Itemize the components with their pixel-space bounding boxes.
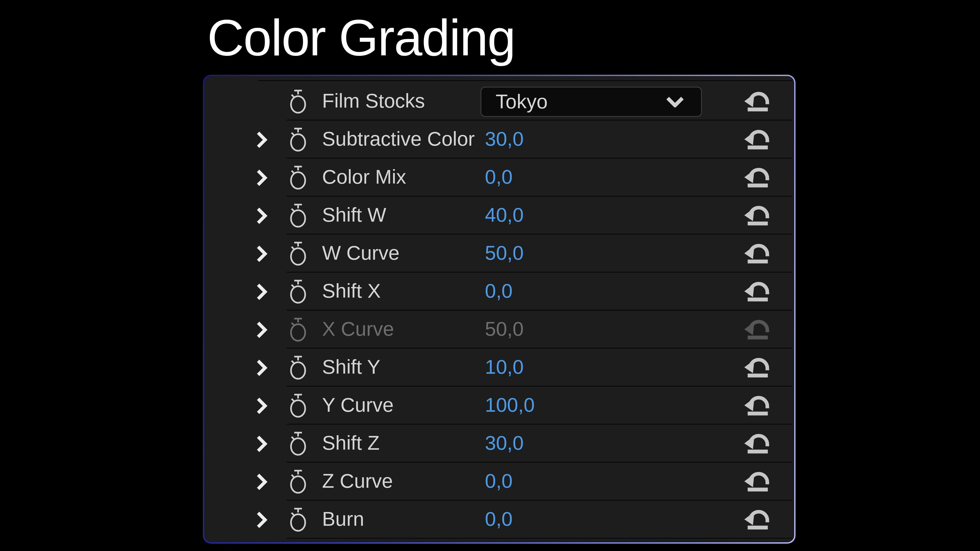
param-row-film-stocks: Film Stocks Tokyo	[204, 83, 794, 121]
param-value[interactable]: 10,0	[485, 355, 524, 378]
param-value[interactable]: 100,0	[485, 393, 535, 416]
reset-parameter-icon[interactable]	[743, 278, 773, 302]
expand-chevron-icon[interactable]	[256, 511, 268, 528]
param-label: Y Curve	[322, 393, 393, 416]
param-row-w-curve: W Curve 50,0	[204, 235, 794, 273]
reset-parameter-icon[interactable]	[743, 316, 773, 340]
page-title: Color Grading	[207, 10, 515, 66]
stopwatch-icon[interactable]	[288, 165, 308, 191]
reset-parameter-icon[interactable]	[743, 430, 773, 454]
stopwatch-icon[interactable]	[288, 507, 308, 533]
param-value[interactable]: 0,0	[485, 507, 512, 530]
parameter-list: Film Stocks Tokyo	[204, 83, 794, 539]
param-label: Burn	[322, 507, 364, 530]
stopwatch-icon[interactable]	[288, 393, 308, 419]
param-row-color-mix: Color Mix 0,0	[204, 159, 794, 197]
stopwatch-icon[interactable]	[288, 355, 308, 381]
param-label: Shift W	[322, 203, 386, 226]
stopwatch-icon[interactable]	[288, 279, 308, 305]
param-label: X Curve	[322, 317, 394, 340]
param-row-burn: Burn 0,0	[204, 501, 794, 539]
reset-parameter-icon[interactable]	[743, 202, 773, 226]
param-label: Shift Y	[322, 355, 380, 378]
param-row-z-curve: Z Curve 0,0	[204, 463, 794, 501]
reset-parameter-icon[interactable]	[743, 126, 773, 150]
reset-parameter-icon[interactable]	[743, 507, 773, 530]
param-value[interactable]: 0,0	[485, 165, 512, 188]
stopwatch-icon[interactable]	[288, 317, 308, 343]
param-value[interactable]: 40,0	[485, 203, 524, 226]
param-row-shift-z: Shift Z 30,0	[204, 425, 794, 463]
stopwatch-icon[interactable]	[288, 89, 308, 115]
param-value[interactable]: 30,0	[485, 127, 524, 150]
param-label: Film Stocks	[322, 89, 425, 112]
expand-chevron-icon[interactable]	[256, 207, 268, 224]
stopwatch-icon[interactable]	[288, 241, 308, 267]
param-row-shift-w: Shift W 40,0	[204, 197, 794, 235]
expand-chevron-icon[interactable]	[256, 397, 268, 414]
reset-parameter-icon[interactable]	[743, 164, 773, 188]
expand-chevron-icon[interactable]	[256, 245, 268, 262]
param-label: Color Mix	[322, 165, 406, 188]
param-value[interactable]: 0,0	[485, 469, 512, 492]
expand-chevron-icon[interactable]	[256, 321, 268, 338]
reset-parameter-icon[interactable]	[743, 88, 773, 112]
expand-chevron-icon[interactable]	[256, 473, 268, 490]
reset-parameter-icon[interactable]	[743, 354, 773, 378]
stopwatch-icon[interactable]	[288, 127, 308, 153]
reset-parameter-icon[interactable]	[743, 468, 773, 492]
expand-chevron-icon[interactable]	[256, 359, 268, 376]
expand-chevron-icon[interactable]	[256, 131, 268, 148]
param-row-shift-x: Shift X 0,0	[204, 273, 794, 311]
effect-controls-panel: Film Stocks Tokyo	[204, 76, 794, 542]
param-value[interactable]: 50,0	[485, 317, 524, 340]
param-value[interactable]: 30,0	[485, 431, 524, 454]
param-label: Subtractive Color	[322, 127, 475, 150]
film-stocks-dropdown[interactable]: Tokyo	[480, 87, 702, 117]
stopwatch-icon[interactable]	[288, 203, 308, 229]
param-value[interactable]: 0,0	[485, 279, 512, 302]
param-label: W Curve	[322, 241, 399, 264]
param-row-y-curve: Y Curve 100,0	[204, 387, 794, 425]
row-separator	[258, 80, 792, 81]
param-label: Shift Z	[322, 431, 380, 454]
expand-chevron-icon[interactable]	[256, 169, 268, 186]
expand-chevron-icon[interactable]	[256, 435, 268, 452]
dropdown-selected-value: Tokyo	[496, 90, 548, 113]
param-row-shift-y: Shift Y 10,0	[204, 349, 794, 387]
param-row-x-curve: X Curve 50,0	[204, 311, 794, 349]
stopwatch-icon[interactable]	[288, 469, 308, 495]
stopwatch-icon[interactable]	[288, 431, 308, 457]
chevron-down-icon	[666, 96, 684, 107]
param-row-subtractive-color: Subtractive Color 30,0	[204, 121, 794, 159]
param-label: Z Curve	[322, 469, 393, 492]
row-separator	[286, 538, 792, 539]
reset-parameter-icon[interactable]	[743, 392, 773, 416]
effects-panel: Film Stocks Tokyo	[203, 75, 795, 544]
param-label: Shift X	[322, 279, 381, 302]
expand-chevron-icon[interactable]	[256, 283, 268, 300]
param-value[interactable]: 50,0	[485, 241, 524, 264]
reset-parameter-icon[interactable]	[743, 240, 773, 264]
